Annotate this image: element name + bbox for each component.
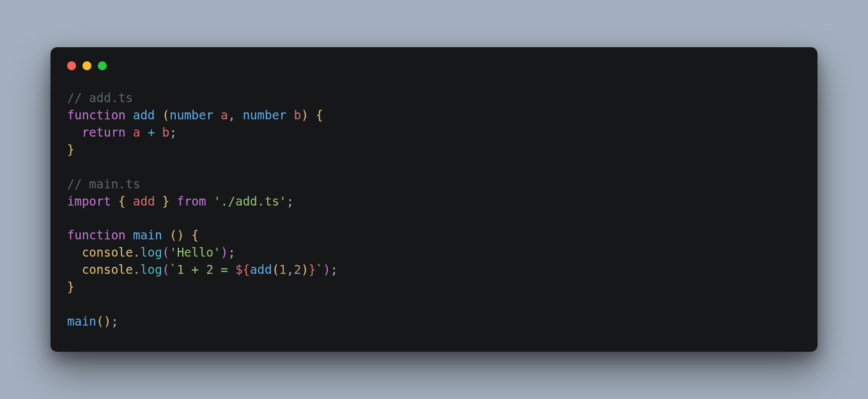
token-string: ` <box>316 262 323 276</box>
token-brace: ( <box>97 314 104 328</box>
token-method: log <box>140 245 162 259</box>
minimize-icon[interactable] <box>82 61 91 70</box>
token-plain <box>67 245 82 259</box>
token-func: main <box>133 228 162 242</box>
code-line: console.log(`1 + 2 = ${add(1,2)}`); <box>67 262 337 276</box>
token-property: console <box>82 245 133 259</box>
token-keyword: function <box>67 228 126 242</box>
token-plain: ; <box>111 314 118 328</box>
token-paren: ) <box>221 245 228 259</box>
token-func: add <box>133 108 155 122</box>
token-paren: ( <box>162 245 169 259</box>
token-keyword: return <box>82 125 126 139</box>
window-controls <box>67 61 801 70</box>
token-keyword: function <box>67 108 126 122</box>
code-line: return a + b; <box>67 125 177 139</box>
code-line: // add.ts <box>67 91 133 105</box>
token-brace: ) <box>301 108 308 122</box>
token-brace: ( <box>162 108 169 122</box>
token-type: number <box>169 108 213 122</box>
token-ident: a <box>133 125 140 139</box>
token-comment: // main.ts <box>67 177 140 191</box>
token-plain <box>213 108 221 122</box>
token-brace: { <box>316 108 323 122</box>
token-plain <box>162 228 169 242</box>
token-plain: , <box>286 262 293 276</box>
token-plain <box>140 125 147 139</box>
token-plain <box>155 108 162 122</box>
token-ident: b <box>162 125 169 139</box>
token-keyword: from <box>177 194 206 208</box>
token-func: add <box>250 262 272 276</box>
token-number: 2 <box>294 262 301 276</box>
token-ident: add <box>133 194 155 208</box>
code-line: } <box>67 280 74 294</box>
code-line: console.log('Hello'); <box>67 245 235 259</box>
token-plain: ; <box>286 194 293 208</box>
code-line: } <box>67 142 74 156</box>
token-comment: // add.ts <box>67 91 133 105</box>
token-plain: . <box>133 245 140 259</box>
code-line: // main.ts <box>67 177 140 191</box>
code-window: // add.ts function add (number a, number… <box>50 47 818 352</box>
token-plain: , <box>228 108 243 122</box>
token-paren: ) <box>323 262 330 276</box>
token-method: + <box>148 125 155 139</box>
token-method: log <box>140 262 162 276</box>
token-plain: ; <box>330 262 337 276</box>
token-brace: { <box>118 194 125 208</box>
zoom-icon[interactable] <box>98 61 107 70</box>
token-plain <box>206 194 213 208</box>
token-brace: ) <box>177 228 184 242</box>
token-ident: b <box>294 108 301 122</box>
token-plain <box>111 194 118 208</box>
token-property: console <box>82 262 133 276</box>
code-line: import { add } from './add.ts'; <box>67 194 294 208</box>
token-plain <box>67 125 82 139</box>
token-plain <box>67 262 82 276</box>
token-keyword: import <box>67 194 111 208</box>
token-plain <box>155 125 162 139</box>
close-icon[interactable] <box>67 61 76 70</box>
token-plain: . <box>133 262 140 276</box>
token-plain <box>126 108 133 122</box>
token-plain <box>126 194 133 208</box>
token-brace: ) <box>104 314 111 328</box>
token-plain: ; <box>228 245 235 259</box>
token-brace: ) <box>301 262 308 276</box>
token-plain <box>155 194 162 208</box>
token-brace: ( <box>272 262 279 276</box>
token-func: main <box>67 314 97 328</box>
token-string: 'Hello' <box>169 245 221 259</box>
token-ident: a <box>221 108 228 122</box>
token-paren: ( <box>162 262 169 276</box>
token-plain <box>286 108 293 122</box>
token-plain <box>126 228 133 242</box>
token-brace: { <box>192 228 199 242</box>
code-block: // add.ts function add (number a, number… <box>67 89 801 331</box>
token-string: './add.ts' <box>213 194 286 208</box>
token-brace: } <box>67 142 74 156</box>
token-plain <box>169 194 176 208</box>
token-string: `1 + 2 = <box>169 262 235 276</box>
token-interp: ${ <box>235 262 250 276</box>
code-line: function add (number a, number b) { <box>67 108 323 122</box>
token-brace: ( <box>169 228 176 242</box>
token-plain <box>309 108 316 122</box>
token-brace: } <box>162 194 169 208</box>
token-plain <box>126 125 133 139</box>
token-number: 1 <box>279 262 286 276</box>
code-line: function main () { <box>67 228 199 242</box>
token-plain: ; <box>169 125 176 139</box>
token-plain <box>184 228 191 242</box>
token-brace: } <box>67 280 74 294</box>
token-interp: } <box>309 262 316 276</box>
code-line: main(); <box>67 314 118 328</box>
token-type: number <box>243 108 287 122</box>
